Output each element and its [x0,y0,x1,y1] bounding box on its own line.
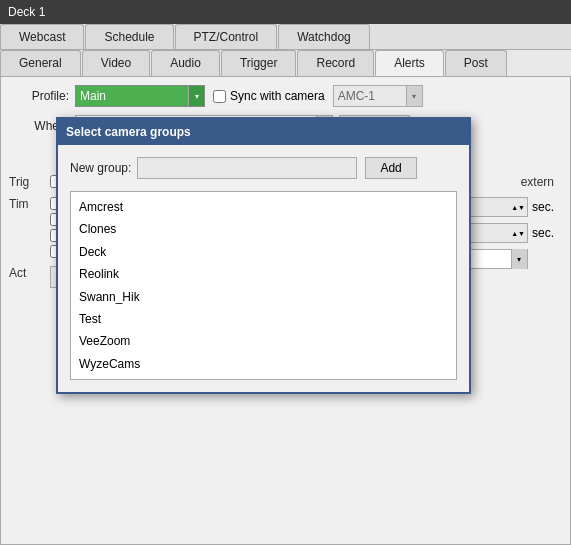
list-item-reolink[interactable]: Reolink [75,263,452,285]
tab-row-2: General Video Audio Trigger Record Alert… [0,50,571,77]
list-item-veezoom[interactable]: VeeZoom [75,330,452,352]
tab-general[interactable]: General [0,50,81,76]
select-camera-groups-modal: Select camera groups New group: Add Amcr… [56,117,471,394]
content-area: Profile: Main ▾ Sync with camera AMC-1 ▾… [0,77,571,545]
list-item-test[interactable]: Test [75,308,452,330]
groups-list[interactable]: Amcrest Clones Deck Reolink Swann_Hik Te… [70,191,457,380]
modal-titlebar: Select camera groups [58,119,469,145]
tab-video[interactable]: Video [82,50,150,76]
new-group-label: New group: [70,161,131,175]
tab-ptz-control[interactable]: PTZ/Control [175,24,278,49]
tab-row-1: Webcast Schedule PTZ/Control Watchdog [0,24,571,50]
new-group-input[interactable] [137,157,357,179]
tab-webcast[interactable]: Webcast [0,24,84,49]
new-group-row: New group: Add [70,157,457,179]
title-bar: Deck 1 [0,0,571,24]
list-item-swann-hik[interactable]: Swann_Hik [75,286,452,308]
modal-overlay: Select camera groups New group: Add Amcr… [1,77,570,544]
tab-record[interactable]: Record [297,50,374,76]
list-item-deck[interactable]: Deck [75,241,452,263]
tab-schedule[interactable]: Schedule [85,24,173,49]
add-button[interactable]: Add [365,157,416,179]
tab-post[interactable]: Post [445,50,507,76]
list-item-clones[interactable]: Clones [75,218,452,240]
tab-watchdog[interactable]: Watchdog [278,24,370,49]
window-title: Deck 1 [8,5,45,19]
modal-content: New group: Add Amcrest Clones Deck Reoli… [58,145,469,392]
tab-audio[interactable]: Audio [151,50,220,76]
tab-alerts[interactable]: Alerts [375,50,444,76]
modal-title: Select camera groups [66,125,191,139]
main-window: Webcast Schedule PTZ/Control Watchdog Ge… [0,24,571,545]
tab-trigger[interactable]: Trigger [221,50,297,76]
list-item-wyzecams[interactable]: WyzeCams [75,353,452,375]
list-item-amcrest[interactable]: Amcrest [75,196,452,218]
